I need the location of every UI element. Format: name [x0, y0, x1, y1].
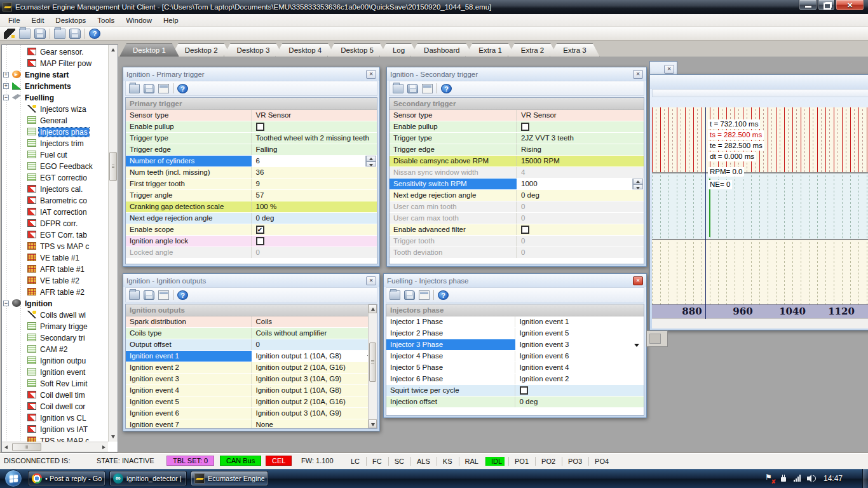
grid-row-value[interactable]: 100 %	[252, 201, 377, 212]
spin-down-icon[interactable]	[366, 161, 376, 167]
tree-item-secondary-tri[interactable]: Secondary tri	[2, 332, 108, 344]
window-icon[interactable]	[422, 84, 433, 93]
grid-row-user-cam-min-tooth[interactable]: User cam min tooth0	[390, 201, 644, 213]
grid-row-trigger-type[interactable]: Trigger type2JZ VVT 3 teeth	[390, 133, 644, 144]
spin-up-icon[interactable]	[633, 179, 643, 184]
panel-titlebar[interactable]: Ignition - Primary trigger	[123, 67, 379, 81]
save-icon[interactable]	[407, 84, 418, 93]
menu-help[interactable]: Help	[158, 15, 184, 25]
tree-item-injectors-wiza[interactable]: Injectors wiza	[2, 104, 108, 115]
tab-desktop-2[interactable]: Desktop 2	[172, 43, 231, 57]
tree-item-injectors-cal[interactable]: Injectors cal.	[2, 184, 108, 195]
grid-row-ignition-event-2[interactable]: Ignition event 2Ignition output 2 (10A, …	[126, 362, 377, 374]
scope-horizontal-scrollbar[interactable]	[652, 318, 868, 329]
grid-row-output-offset[interactable]: Output offset0	[126, 339, 377, 351]
grid-row-value[interactable]	[517, 224, 644, 235]
checkbox-unchecked[interactable]	[521, 123, 529, 131]
restore-button[interactable]	[818, 0, 835, 11]
taskbar-button-chrome[interactable]: • Post a reply - Goog...	[28, 471, 105, 486]
grid-row-coils-type[interactable]: Coils typeCoils without amplifier	[126, 328, 377, 339]
help-icon[interactable]	[177, 290, 188, 300]
tree-item-tps-vs-map-c[interactable]: TPS vs MAP c	[2, 241, 108, 252]
menu-window[interactable]: Window	[120, 15, 158, 25]
open-icon[interactable]	[129, 84, 140, 93]
grid-row-value[interactable]: VR Sensor	[517, 110, 644, 121]
tab-desktop-3[interactable]: Desktop 3	[224, 43, 283, 57]
grid-row-value[interactable]: 4	[517, 167, 644, 178]
grid-row-injector-5-phase[interactable]: Injector 5 PhaseIgnition event 4	[386, 362, 644, 374]
save-icon[interactable]	[404, 290, 415, 300]
volume-speaker-icon[interactable]	[807, 474, 816, 483]
grid-row-value[interactable]	[252, 236, 377, 247]
vertical-scrollbar[interactable]	[368, 304, 377, 428]
grid-row-value[interactable]: Ignition output 1 (10A, G8)	[252, 385, 377, 396]
show-desktop-button[interactable]	[862, 469, 868, 488]
close-button[interactable]	[836, 0, 864, 11]
save-icon[interactable]	[144, 290, 154, 300]
window-icon[interactable]	[419, 290, 430, 300]
scope-cursor[interactable]	[705, 107, 706, 319]
grid-row-injector-4-phase[interactable]: Injector 4 PhaseIgnition event 6	[386, 351, 644, 362]
grid-row-value[interactable]	[252, 121, 377, 132]
grid-row-trigger-tooth[interactable]: Trigger tooth0	[390, 236, 644, 247]
grid-row-value[interactable]: 1000	[517, 179, 644, 189]
taskbar-button-ecumaster[interactable]: Ecumaster Engine M...	[191, 471, 268, 486]
tab-dashboard[interactable]: Dashboard	[410, 43, 473, 57]
tree-item-coils-dwell-wi[interactable]: Coils dwell wi	[2, 309, 108, 321]
power-plug-icon[interactable]	[779, 474, 788, 483]
grid-row-next-edge-rejection-angle[interactable]: Next edge rejection angle0 deg	[390, 190, 644, 201]
tree-item-ve-table-2[interactable]: VE table #2	[2, 275, 108, 287]
scroll-right-icon[interactable]	[102, 445, 105, 449]
grid-row-sensor-type[interactable]: Sensor typeVR Sensor	[390, 110, 644, 121]
grid-row-value[interactable]: 0	[252, 339, 377, 350]
grid-row-value[interactable]: None	[252, 419, 377, 429]
grid-row-sensitivity-switch-rpm[interactable]: Sensitivity switch RPM1000	[390, 179, 644, 190]
tree-horizontal-scrollbar[interactable]	[2, 442, 108, 452]
grid-row-enable-scope[interactable]: Enable scope	[126, 224, 377, 236]
grid-row-enable-pullup[interactable]: Enable pullup	[390, 121, 644, 133]
grid-row-trigger-type[interactable]: Trigger typeToothed wheel with 2 missing…	[126, 133, 377, 144]
grid-row-value[interactable]: Ignition event 1	[515, 316, 644, 327]
tree-item-coil-dwell-tim[interactable]: Coil dwell tim	[2, 390, 108, 401]
grid-row-cranking-gap-detection-scale[interactable]: Cranking gap detection scale100 %	[126, 201, 377, 213]
make-permanent-icon[interactable]	[4, 29, 15, 39]
grid-row-value[interactable]: 36	[252, 167, 377, 178]
grid-row-squirt-twice-per-cycle[interactable]: Squirt twice per cycle	[386, 385, 644, 396]
scroll-left-icon[interactable]	[4, 445, 8, 449]
grid-row-injector-3-phase[interactable]: Injector 3 PhaseIgnition event 3	[386, 339, 644, 351]
tree-item-engine-start[interactable]: Engine start	[2, 69, 108, 81]
tree-item-cam-2[interactable]: CAM #2	[2, 344, 108, 355]
open-project-icon[interactable]	[19, 29, 31, 39]
open-icon[interactable]	[393, 84, 403, 93]
menu-tools[interactable]: Tools	[92, 15, 120, 25]
close-icon[interactable]	[664, 65, 674, 74]
grid-row-value[interactable]	[517, 121, 644, 132]
tree-item-soft-rev-limit[interactable]: Soft Rev Limit	[2, 378, 108, 390]
grid-row-value[interactable]: Rising	[517, 144, 644, 155]
grid-row-value[interactable]: Ignition event 2	[515, 374, 644, 384]
grid-row-num-teeth-incl-missing[interactable]: Num teeth (incl. missing)36	[126, 167, 377, 179]
tree-item-injectors-trim[interactable]: Injectors trim	[2, 138, 108, 149]
panel-titlebar[interactable]: Fuelling - Injectors phase	[384, 274, 646, 287]
grid-row-trigger-edge[interactable]: Trigger edgeRising	[390, 144, 644, 156]
grid-row-injection-offset[interactable]: Injection offset0 deg	[386, 396, 644, 408]
grid-row-ignition-event-5[interactable]: Ignition event 5Ignition output 2 (10A, …	[126, 396, 377, 408]
grid-row-sensor-type[interactable]: Sensor typeVR Sensor	[126, 110, 377, 121]
spin-down-icon[interactable]	[633, 184, 643, 190]
grid-row-value[interactable]: 0	[517, 213, 644, 224]
grid-row-injector-6-phase[interactable]: Injector 6 PhaseIgnition event 2	[386, 374, 644, 385]
panel-titlebar[interactable]: Ignition - Secondary trigger	[387, 67, 646, 81]
tree-vertical-scrollbar[interactable]	[108, 45, 118, 442]
help-icon[interactable]	[438, 290, 449, 300]
expander-plus-icon[interactable]	[3, 72, 9, 78]
grid-row-value[interactable]: Ignition output 1 (10A, G8)	[252, 351, 377, 362]
checkbox-unchecked[interactable]	[256, 237, 264, 245]
menu-edit[interactable]: Edit	[26, 15, 50, 25]
tree-item-ignition-vs-cl[interactable]: Ignition vs CL	[2, 412, 108, 424]
tree-item-afr-table-2[interactable]: AFR table #2	[2, 287, 108, 298]
close-icon[interactable]	[366, 70, 376, 79]
grid-row-value[interactable]: Coils without amplifier	[252, 328, 377, 339]
grid-row-trigger-angle[interactable]: Trigger angle57	[126, 190, 377, 201]
tree-item-coil-dwell-cor[interactable]: Coil dwell cor	[2, 401, 108, 412]
tree-item-enrichments[interactable]: Enrichments	[2, 81, 108, 92]
